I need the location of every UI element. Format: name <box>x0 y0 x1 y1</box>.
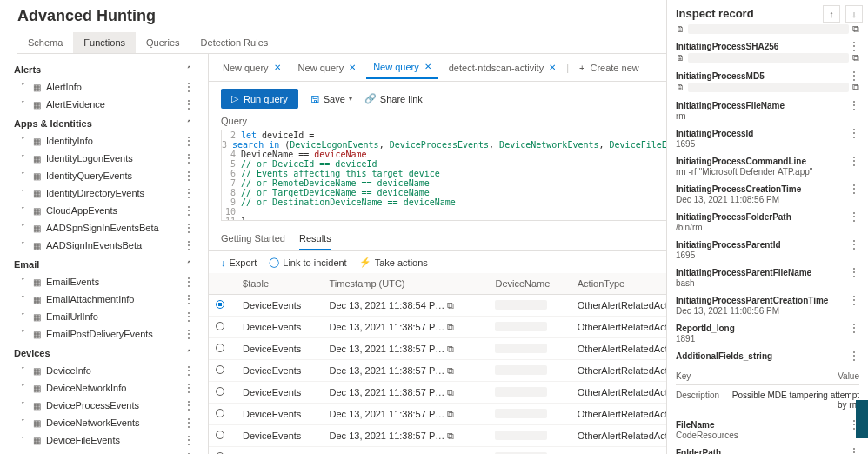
row-radio[interactable] <box>216 344 224 352</box>
sidebar-item-aadsignineventsbeta[interactable]: ˅AADSignInEventsBeta⋮ <box>0 237 208 254</box>
code-line[interactable]: DeviceName == deviceName <box>241 150 367 159</box>
row-radio[interactable] <box>216 431 224 439</box>
close-icon[interactable]: ✕ <box>274 63 281 72</box>
more-icon[interactable]: ⋮ <box>849 322 859 334</box>
more-icon[interactable]: ⋮ <box>184 152 194 164</box>
result-tab-getting-started[interactable]: Getting Started <box>221 228 285 250</box>
code-line[interactable]: // or RemoteDeviceName == deviceName <box>241 178 430 188</box>
sidebar-item-alertinfo[interactable]: ˅AlertInfo⋮ <box>0 78 208 96</box>
sidebar-item-deviceprocessevents[interactable]: ˅DeviceProcessEvents⋮ <box>0 397 208 414</box>
more-icon[interactable]: ⋮ <box>184 135 194 147</box>
result-tab-results[interactable]: Results <box>299 228 331 250</box>
more-icon[interactable]: ⋮ <box>849 294 859 306</box>
more-icon[interactable]: ⋮ <box>184 399 194 411</box>
row-radio[interactable] <box>216 322 224 330</box>
row-radio[interactable] <box>216 365 224 374</box>
code-line[interactable]: } <box>241 217 246 221</box>
more-icon[interactable]: ⋮ <box>184 382 194 394</box>
sidebar-item-identitylogonevents[interactable]: ˅IdentityLogonEvents⋮ <box>0 150 208 167</box>
more-icon[interactable]: ⋮ <box>184 310 194 323</box>
sidebar-group-apps-identities[interactable]: Apps & Identities˄ <box>0 113 208 132</box>
sidebar-group-email[interactable]: Email˄ <box>0 254 208 273</box>
close-icon[interactable]: ✕ <box>424 62 431 71</box>
sidebar-item-deviceinfo[interactable]: ˅DeviceInfo⋮ <box>0 362 208 379</box>
code-line[interactable]: // Events affecting this target device <box>241 169 440 178</box>
copy-icon[interactable]: ⧉ <box>447 322 454 332</box>
sidebar-item-emailpostdeliveryevents[interactable]: ˅EmailPostDeliveryEvents⋮ <box>0 325 208 343</box>
code-line[interactable]: // or TargetDeviceName == deviceName <box>241 188 430 197</box>
column-header[interactable]: Timestamp (UTC) <box>323 273 489 295</box>
more-icon[interactable]: ⋮ <box>849 210 859 223</box>
more-icon[interactable]: ⋮ <box>184 276 194 288</box>
copy-icon[interactable]: ⧉ <box>447 387 454 397</box>
copy-icon[interactable]: ⧉ <box>852 23 859 35</box>
close-icon[interactable]: ✕ <box>349 63 356 72</box>
sidebar-item-identityqueryevents[interactable]: ˅IdentityQueryEvents⋮ <box>0 167 208 184</box>
sidebar-item-emailevents[interactable]: ˅EmailEvents⋮ <box>0 273 208 290</box>
more-icon[interactable]: ⋮ <box>849 350 859 362</box>
schema-tab-queries[interactable]: Queries <box>136 32 190 53</box>
more-icon[interactable]: ⋮ <box>184 239 194 251</box>
save-button[interactable]: 🖫 Save ▾ <box>310 94 352 104</box>
more-icon[interactable]: ⋮ <box>184 98 194 110</box>
column-header[interactable]: DeviceName <box>488 273 570 295</box>
more-icon[interactable]: ⋮ <box>184 222 194 234</box>
column-header[interactable] <box>209 273 236 295</box>
close-icon[interactable]: ✕ <box>549 63 556 72</box>
column-header[interactable]: $table <box>236 273 322 295</box>
sidebar-item-alertevidence[interactable]: ˅AlertEvidence⋮ <box>0 96 208 113</box>
sidebar-item-devicefileevents[interactable]: ˅DeviceFileEvents⋮ <box>0 431 208 449</box>
more-icon[interactable]: ⋮ <box>184 293 194 305</box>
more-icon[interactable]: ⋮ <box>849 40 859 52</box>
row-radio[interactable] <box>216 387 224 396</box>
copy-icon[interactable]: ⧉ <box>447 344 454 354</box>
create-new-tab-button[interactable]: +Create new <box>572 57 646 78</box>
more-icon[interactable]: ⋮ <box>849 446 859 454</box>
sidebar-item-deviceregistryevents[interactable]: ˅DeviceRegistryEvents⋮ <box>0 449 208 454</box>
more-icon[interactable]: ⋮ <box>849 238 859 250</box>
more-icon[interactable]: ⋮ <box>184 204 194 217</box>
query-tab[interactable]: detect-ntdscan-activity✕ <box>442 57 563 78</box>
sidebar-group-alerts[interactable]: Alerts˄ <box>0 59 208 78</box>
schema-tab-detection-rules[interactable]: Detection Rules <box>190 32 279 53</box>
copy-icon[interactable]: ⧉ <box>447 365 454 376</box>
nav-down-button[interactable]: ↓ <box>845 5 863 23</box>
sidebar-item-emailattachmentinfo[interactable]: ˅EmailAttachmentInfo⋮ <box>0 290 208 308</box>
sidebar-group-devices[interactable]: Devices˄ <box>0 343 208 362</box>
nav-up-button[interactable]: ↑ <box>823 5 840 23</box>
more-icon[interactable]: ⋮ <box>184 170 194 182</box>
row-radio[interactable] <box>216 409 224 417</box>
more-icon[interactable]: ⋮ <box>849 70 859 82</box>
schema-tab-schema[interactable]: Schema <box>17 32 73 53</box>
sidebar-item-aadspnsignineventsbeta[interactable]: ˅AADSpnSignInEventsBeta⋮ <box>0 219 208 237</box>
side-handle[interactable] <box>856 400 868 438</box>
more-icon[interactable]: ⋮ <box>849 266 859 278</box>
more-icon[interactable]: ⋮ <box>184 417 194 429</box>
share-link-button[interactable]: 🔗 Share link <box>364 93 423 104</box>
more-icon[interactable]: ⋮ <box>184 364 194 377</box>
schema-tab-functions[interactable]: Functions <box>73 32 136 53</box>
copy-icon[interactable]: ⧉ <box>852 82 859 93</box>
more-icon[interactable]: ⋮ <box>184 328 194 340</box>
export-button[interactable]: ↓Export <box>221 257 257 268</box>
code-line[interactable]: // or DeviceId == deviceId <box>241 159 377 169</box>
row-radio[interactable] <box>216 300 224 309</box>
copy-icon[interactable]: ⧉ <box>447 409 454 419</box>
query-tab[interactable]: New query✕ <box>216 57 288 78</box>
copy-icon[interactable]: ⧉ <box>447 300 454 310</box>
take-actions-button[interactable]: ⚡Take actions <box>359 257 428 268</box>
more-icon[interactable]: ⋮ <box>184 187 194 199</box>
more-icon[interactable]: ⋮ <box>849 155 859 167</box>
sidebar-item-devicenetworkinfo[interactable]: ˅DeviceNetworkInfo⋮ <box>0 379 208 397</box>
link-incident-button[interactable]: ◯Link to incident <box>269 257 346 268</box>
run-query-button[interactable]: ▷ Run query <box>221 89 298 109</box>
sidebar-item-identitydirectoryevents[interactable]: ˅IdentityDirectoryEvents⋮ <box>0 184 208 202</box>
copy-icon[interactable]: ⧉ <box>852 52 859 63</box>
code-line[interactable]: let deviceId = <box>241 130 319 140</box>
more-icon[interactable]: ⋮ <box>849 127 859 139</box>
code-line[interactable]: // or DestinationDeviceName == deviceNam… <box>241 197 456 207</box>
sidebar-item-devicenetworkevents[interactable]: ˅DeviceNetworkEvents⋮ <box>0 414 208 431</box>
query-tab[interactable]: New query✕ <box>366 57 438 79</box>
sidebar-item-cloudappevents[interactable]: ˅CloudAppEvents⋮ <box>0 202 208 219</box>
sidebar-item-identityinfo[interactable]: ˅IdentityInfo⋮ <box>0 132 208 150</box>
